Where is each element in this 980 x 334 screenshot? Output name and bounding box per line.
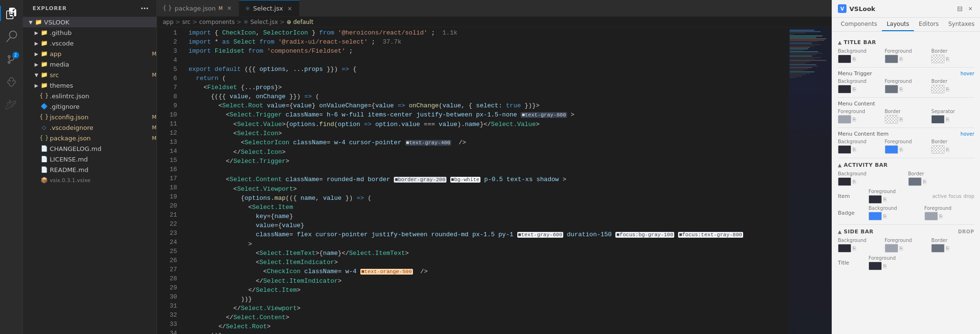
titlebar-bg-swatch[interactable]: [838, 55, 851, 63]
files-icon[interactable]: [0, 2, 23, 25]
badge-fg-swatch[interactable]: [924, 212, 938, 220]
tab-package-json[interactable]: { } package.json M ×: [157, 0, 239, 16]
explorer-title: EXPLORER: [33, 5, 67, 12]
sidebar-border-swatch[interactable]: [931, 244, 945, 253]
debug-icon[interactable]: [0, 71, 23, 94]
activitybar-item-fg-swatch[interactable]: [869, 195, 882, 204]
tree-item-jsconfig[interactable]: ▶ { } jsconfig.json M: [23, 112, 156, 122]
code-editor[interactable]: import { CheckIcon, SelectorIcon } from …: [181, 27, 789, 334]
breadcrumb-src[interactable]: src: [182, 19, 191, 25]
folder-icon: 📁: [40, 39, 48, 47]
titlebar-border-swatch[interactable]: [931, 55, 945, 63]
sidebar-bg-copy[interactable]: ⎘: [853, 245, 856, 252]
menu-content-border-swatch[interactable]: [885, 115, 898, 124]
tree-item-gitignore[interactable]: ▶ 🔷 .gitignore: [23, 101, 156, 112]
tree-item-vscode[interactable]: ▶ 📁 .vscode: [23, 38, 156, 48]
tab-syntaxes[interactable]: Syntaxes: [944, 18, 980, 31]
menu-trigger-hover[interactable]: hover: [960, 71, 974, 76]
activitybar-border-copy[interactable]: ⎘: [923, 179, 926, 185]
menu-trigger-fg-copy[interactable]: ⎘: [900, 86, 903, 92]
tree-item-app[interactable]: ▶ 📁 app M: [23, 48, 156, 59]
badge-bg-swatch[interactable]: [869, 212, 882, 220]
tree-item-license[interactable]: ▶ 📄 LICENSE.md: [23, 154, 156, 164]
tree-item-vscodeignore[interactable]: ▶ ◇ .vscodeignore M: [23, 122, 156, 133]
titlebar-fg-copy[interactable]: ⎘: [900, 56, 903, 62]
panel-close-icon[interactable]: ×: [967, 4, 974, 13]
breadcrumb: app > src > components > ⚛ Select.jsx > …: [157, 17, 832, 27]
titlebar-border-copy[interactable]: ⎘: [946, 56, 949, 62]
menu-trigger-border-copy[interactable]: ⎘: [946, 86, 949, 92]
state-drop[interactable]: drop: [963, 194, 974, 199]
breadcrumb-app[interactable]: app: [163, 19, 174, 25]
state-active[interactable]: active: [932, 194, 947, 199]
breadcrumb-function[interactable]: ⊕ default: [287, 19, 313, 25]
activitybar-bg-copy[interactable]: ⎘: [853, 179, 856, 185]
sidebar-border-copy[interactable]: ⎘: [946, 245, 949, 252]
sidebar-collapse-arrow[interactable]: ▲: [838, 229, 842, 234]
menu-content-border-copy[interactable]: ⎘: [900, 116, 903, 123]
tab-close-icon[interactable]: ×: [225, 4, 233, 12]
menu-trigger-border-field: Border ⎘: [931, 79, 974, 93]
tab-components[interactable]: Components: [836, 18, 882, 31]
menu-item-fg-swatch[interactable]: [885, 145, 898, 154]
sidebar-title-fg-swatch[interactable]: [869, 262, 882, 270]
activitybar-collapse-arrow[interactable]: ▲: [838, 162, 842, 168]
new-file-icon[interactable]: ⋯: [141, 4, 149, 13]
tree-item-github[interactable]: ▶ 📁 .github: [23, 27, 156, 38]
breadcrumb-components[interactable]: components: [199, 19, 234, 25]
breadcrumb-file[interactable]: Select.jsx: [250, 19, 278, 25]
tree-item-media[interactable]: ▶ 📁 media: [23, 59, 156, 69]
activitybar-bg-swatch[interactable]: [838, 177, 851, 186]
vslook-title-text: VSLook: [849, 5, 875, 12]
titlebar-bg-copy[interactable]: ⎘: [853, 56, 856, 62]
badge-bg-copy[interactable]: ⎘: [883, 213, 887, 219]
vslook-body: ▲ TITLE BAR Background ⎘ Foreground ⎘: [832, 32, 980, 334]
tree-item-vsix[interactable]: ▶ 📦 vsix.0.3.1.vsixe: [23, 175, 156, 185]
tab-layouts[interactable]: Layouts: [882, 18, 914, 31]
sidebar-title-fg-copy[interactable]: ⎘: [883, 263, 887, 269]
titlebar-collapse-arrow[interactable]: ▲: [838, 40, 842, 45]
activitybar-border-swatch[interactable]: [908, 177, 922, 186]
tree-item-changelog[interactable]: ▶ 📄 CHANGELOG.md: [23, 143, 156, 154]
menu-content-item-hover[interactable]: hover: [960, 131, 974, 137]
source-control-icon[interactable]: 2: [0, 48, 23, 71]
state-focus[interactable]: focus: [949, 194, 962, 199]
section-menu-content: Menu Content Foreground ⎘ Border ⎘: [838, 101, 974, 124]
sidebar-fg-swatch[interactable]: [885, 244, 898, 253]
tree-item-themes[interactable]: ▶ 📁 themes: [23, 80, 156, 91]
root-folder[interactable]: ▼ 📁 VSLOOK: [23, 17, 156, 27]
menu-content-sep-field: Separator ⎘: [931, 109, 974, 124]
menu-item-border-swatch[interactable]: [931, 145, 945, 154]
folder-icon: 📁: [40, 60, 48, 68]
extensions-icon[interactable]: [0, 94, 23, 117]
menu-trigger-fg-swatch[interactable]: [885, 85, 898, 93]
menu-item-fg-copy[interactable]: ⎘: [900, 147, 903, 153]
menu-item-bg-swatch[interactable]: [838, 145, 851, 154]
menu-item-bg-copy[interactable]: ⎘: [853, 147, 856, 153]
tab-close-icon[interactable]: ×: [286, 5, 293, 12]
search-icon[interactable]: [0, 25, 23, 48]
panel-layout-icon[interactable]: ⊟: [955, 4, 965, 13]
sidebar-fg-copy[interactable]: ⎘: [900, 245, 903, 252]
menu-trigger-border-swatch[interactable]: [931, 85, 945, 93]
menu-content-fg-field: Foreground ⎘: [838, 109, 881, 124]
tab-editors[interactable]: Editors: [914, 18, 944, 31]
sidebar-drop-label[interactable]: drop: [958, 229, 974, 234]
tree-item-src[interactable]: ▼ 📁 src M: [23, 69, 156, 80]
menu-content-sep-swatch[interactable]: [931, 115, 945, 124]
menu-content-sep-copy[interactable]: ⎘: [946, 116, 949, 123]
menu-trigger-bg-copy[interactable]: ⎘: [853, 86, 856, 92]
menu-item-border-copy[interactable]: ⎘: [946, 147, 949, 153]
tab-select-jsx[interactable]: ⚛ Select.jsx ×: [239, 0, 300, 16]
menu-trigger-bg-swatch[interactable]: [838, 85, 851, 93]
tree-item-package[interactable]: ▶ { } package.json M: [23, 133, 156, 143]
titlebar-fg-swatch[interactable]: [885, 55, 898, 63]
tab-label: Select.jsx: [253, 5, 283, 12]
menu-content-fg-swatch[interactable]: [838, 115, 851, 124]
activitybar-item-fg-copy[interactable]: ⎘: [883, 196, 887, 203]
badge-fg-copy[interactable]: ⎘: [939, 213, 943, 219]
tree-item-eslint[interactable]: ▶ { } .eslintrc.json: [23, 91, 156, 101]
menu-content-fg-copy[interactable]: ⎘: [853, 116, 856, 123]
tree-item-readme[interactable]: ▶ 📄 README.md: [23, 164, 156, 175]
sidebar-bg-swatch[interactable]: [838, 244, 851, 253]
